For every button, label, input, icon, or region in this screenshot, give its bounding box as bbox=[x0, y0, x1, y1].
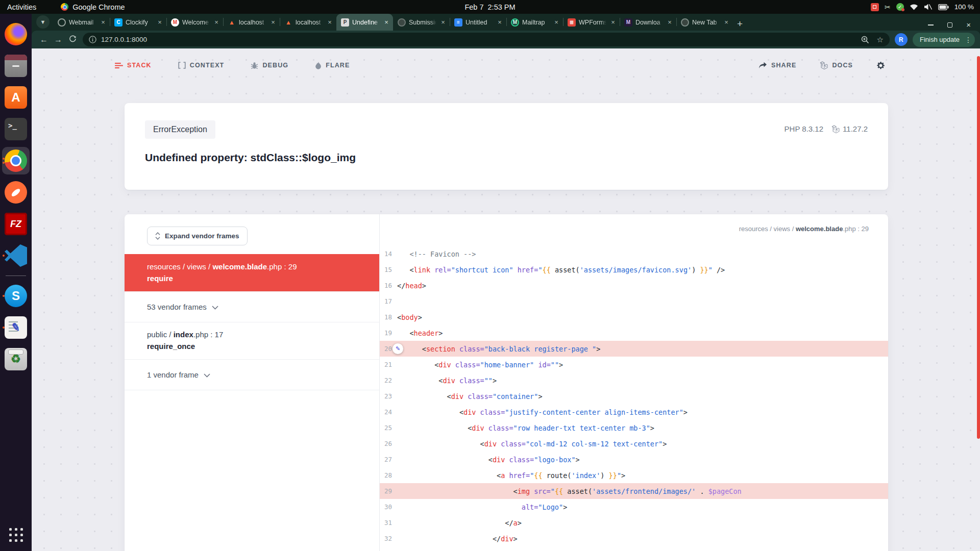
stack-frame[interactable]: resources / views / welcome.blade.php : … bbox=[125, 254, 379, 291]
ignition-tab-settings[interactable] bbox=[876, 61, 885, 70]
docs-icon bbox=[820, 61, 828, 69]
tab-close-icon[interactable]: × bbox=[609, 18, 617, 26]
dock-item-trash[interactable]: ♻ bbox=[2, 345, 30, 373]
vendor-frames-toggle[interactable]: 1 vendor frame bbox=[125, 359, 379, 390]
dock-item-skype[interactable]: S bbox=[2, 282, 30, 310]
code-path-prefix: resources / views / bbox=[739, 225, 796, 233]
tab-favicon: ▲ bbox=[228, 18, 236, 27]
edit-in-editor-icon[interactable]: ✎ bbox=[393, 343, 403, 354]
address-bar[interactable]: 127.0.0.1:8000 ☆ bbox=[83, 33, 890, 46]
browser-tab[interactable]: New Tab× bbox=[676, 14, 733, 31]
profile-avatar[interactable]: R bbox=[895, 33, 908, 46]
ignition-tab-stack[interactable]: STACK bbox=[115, 62, 152, 69]
browser-tab[interactable]: Webmail× bbox=[53, 14, 110, 31]
browser-tab[interactable]: Submissio× bbox=[393, 14, 450, 31]
show-applications-button[interactable] bbox=[9, 528, 23, 542]
chrome-icon bbox=[5, 149, 27, 172]
tab-favicon bbox=[58, 18, 66, 27]
expand-vendor-frames-button[interactable]: Expand vendor frames bbox=[147, 227, 248, 245]
chrome-menu-icon[interactable]: ⋮ bbox=[965, 36, 972, 44]
ignition-tab-debug[interactable]: DEBUG bbox=[251, 62, 288, 69]
code-text: <section class="back-black register-page… bbox=[397, 345, 600, 353]
filezilla-icon: FZ bbox=[5, 213, 27, 235]
code-file-path: resources / views / welcome.blade.php : … bbox=[739, 225, 869, 233]
tab-close-icon[interactable]: × bbox=[496, 18, 503, 26]
zoom-icon[interactable] bbox=[861, 36, 869, 44]
code-text: <img src="{{ asset('assets/frontend/imag… bbox=[397, 487, 742, 495]
ignition-tab-docs[interactable]: DOCS bbox=[820, 61, 853, 69]
tab-close-icon[interactable]: × bbox=[666, 18, 673, 26]
browser-tab[interactable]: ▲localhost× bbox=[280, 14, 336, 31]
line-number: 18 bbox=[380, 313, 397, 321]
code-text: <div class="row header-txt text-center m… bbox=[397, 424, 654, 432]
ignition-tab-flare[interactable]: FLARE bbox=[315, 62, 350, 69]
browser-tab[interactable]: CClockify× bbox=[110, 14, 166, 31]
flare-icon bbox=[315, 62, 322, 69]
line-number: 29 bbox=[380, 487, 397, 495]
expand-vendor-frames-label: Expand vendor frames bbox=[165, 232, 239, 240]
finish-update-button[interactable]: Finish update ⋮ bbox=[913, 33, 975, 47]
vendor-frames-toggle[interactable]: 53 vendor frames bbox=[125, 291, 379, 322]
minimize-button[interactable] bbox=[928, 24, 934, 26]
new-tab-button[interactable]: + bbox=[737, 18, 743, 30]
system-tray[interactable]: ✂ ✓ 100 % bbox=[871, 3, 980, 11]
tab-close-icon[interactable]: × bbox=[213, 18, 220, 26]
tab-close-icon[interactable]: × bbox=[723, 18, 730, 26]
code-text: <div class="col-md-12 col-sm-12 text-cen… bbox=[397, 440, 667, 448]
line-number: 24 bbox=[380, 408, 397, 416]
dock-item-postman[interactable] bbox=[2, 179, 30, 206]
dock-item-files[interactable] bbox=[2, 52, 30, 80]
dock-item-firefox[interactable] bbox=[2, 20, 30, 48]
window-close-button[interactable]: × bbox=[966, 22, 971, 28]
browser-tab[interactable]: PUndefine× bbox=[336, 14, 393, 31]
forward-button[interactable]: → bbox=[51, 35, 65, 44]
clock[interactable]: Feb 7 2:53 PM bbox=[0, 3, 980, 11]
code-text: <div class="home-banner" id=""> bbox=[397, 361, 563, 369]
dock-item-chrome[interactable] bbox=[2, 147, 30, 174]
tab-close-icon[interactable]: × bbox=[156, 18, 163, 26]
page-scrollbar-thumb[interactable] bbox=[977, 56, 980, 439]
url-text[interactable]: 127.0.0.1:8000 bbox=[101, 36, 147, 43]
browser-tab[interactable]: MWelcome× bbox=[166, 14, 223, 31]
stack-icon bbox=[115, 62, 123, 69]
tab-search-button[interactable]: ▼ bbox=[36, 15, 50, 29]
tab-close-icon[interactable]: × bbox=[270, 18, 277, 26]
browser-tab[interactable]: ▲localhost× bbox=[223, 14, 280, 31]
browser-tab[interactable]: MMailtrap× bbox=[506, 14, 563, 31]
postman-icon bbox=[5, 181, 27, 204]
site-info-icon[interactable] bbox=[89, 36, 96, 43]
code-line-19: 19 <header> bbox=[380, 325, 888, 341]
window-controls: × bbox=[928, 22, 980, 28]
restore-button[interactable] bbox=[947, 22, 952, 28]
tab-close-icon[interactable]: × bbox=[383, 18, 390, 26]
code-text: <body> bbox=[397, 313, 422, 321]
battery-percentage: 100 % bbox=[954, 3, 974, 11]
dock-item-vscode[interactable] bbox=[2, 242, 30, 269]
tab-close-icon[interactable]: × bbox=[100, 18, 107, 26]
dock-item-ubuntu-software[interactable]: A bbox=[2, 84, 30, 111]
ignition-tab-context[interactable]: CONTEXT bbox=[178, 62, 225, 69]
browser-tab[interactable]: ≣WPForms× bbox=[563, 14, 620, 31]
frame-path: resources / views / welcome.blade.php : … bbox=[147, 262, 367, 271]
ubuntu-dock: A>_FZS✎♻ bbox=[0, 14, 32, 551]
reload-button[interactable] bbox=[65, 35, 80, 44]
tab-title: localhost bbox=[296, 19, 323, 26]
bookmark-star-icon[interactable]: ☆ bbox=[876, 35, 883, 44]
dock-item-filezilla[interactable]: FZ bbox=[2, 210, 30, 238]
browser-tab[interactable]: ≡Untitled× bbox=[450, 14, 506, 31]
stack-frame[interactable]: public / index.php : 17require_once bbox=[125, 322, 379, 359]
tab-close-icon[interactable]: × bbox=[439, 18, 447, 26]
code-line-15: 15 <link rel="shortcut icon" href="{{ as… bbox=[380, 262, 888, 278]
tab-favicon bbox=[681, 18, 689, 27]
dock-item-terminal[interactable]: >_ bbox=[2, 115, 30, 143]
error-message: Undefined property: stdClass::$logo_img bbox=[145, 152, 868, 164]
code-text: </head> bbox=[397, 282, 426, 290]
browser-tab[interactable]: MDownloa× bbox=[620, 14, 676, 31]
ignition-tab-share[interactable]: SHARE bbox=[758, 62, 796, 69]
tab-close-icon[interactable]: × bbox=[326, 18, 333, 26]
code-text: <header> bbox=[397, 329, 443, 337]
dock-item-gedit[interactable]: ✎ bbox=[2, 314, 30, 341]
tab-close-icon[interactable]: × bbox=[553, 18, 560, 26]
ignition-nav: STACKCONTEXTDEBUGFLARE SHAREDOCS bbox=[32, 48, 980, 82]
back-button[interactable]: ← bbox=[37, 35, 51, 44]
